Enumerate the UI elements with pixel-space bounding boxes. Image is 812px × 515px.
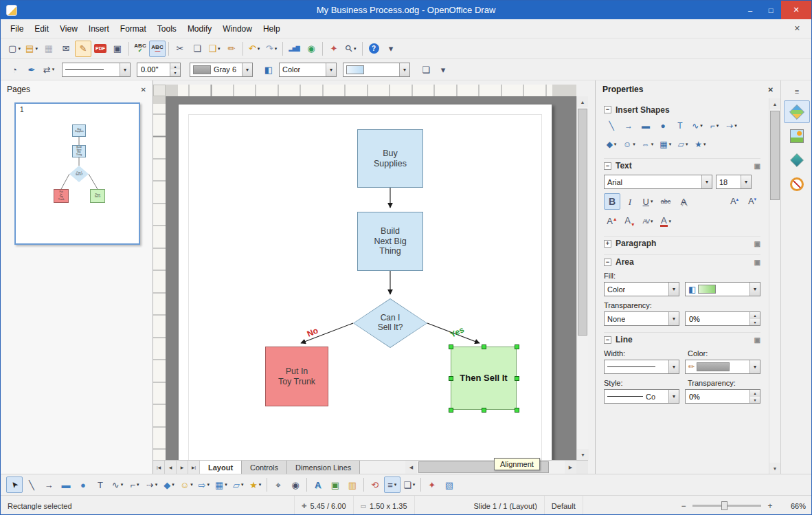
3d-effects-tool[interactable]: ▧ <box>441 476 458 493</box>
italic-button[interactable]: I <box>622 193 638 210</box>
new-document-button[interactable]: ▢▾ <box>6 41 23 57</box>
insert-ellipse-icon[interactable]: ● <box>655 118 670 133</box>
basic-shapes-tool[interactable]: ◆▾ <box>161 476 177 493</box>
line-style-select[interactable]: Co ▾ <box>604 389 679 404</box>
dropdown-arrow-icon[interactable]: ▾ <box>686 142 688 147</box>
transparency-value-input[interactable]: 0% ▴▾ <box>685 311 760 326</box>
flow-rect-then-sell-it[interactable]: Then Sell It <box>451 347 517 410</box>
selection-handle[interactable] <box>482 408 486 413</box>
font-name-combobox[interactable]: Arial ▾ <box>604 175 712 189</box>
menu-help[interactable]: Help <box>258 21 286 36</box>
selection-handle[interactable] <box>515 376 519 381</box>
navigator-button[interactable]: ✦ <box>326 41 342 57</box>
flow-rect-buy-supplies[interactable]: Buy Supplies <box>357 129 423 188</box>
selection-handle[interactable] <box>449 344 453 349</box>
undo-button[interactable]: ↶▾ <box>246 41 262 57</box>
chevron-down-icon[interactable]: ▾ <box>120 63 130 76</box>
insert-picture-tool[interactable]: ▣ <box>327 476 343 493</box>
dropdown-arrow-icon[interactable]: ▾ <box>700 123 703 129</box>
fill-color-select[interactable]: ◧ ▾ <box>685 282 760 296</box>
sidebar-scrollbar[interactable]: ▲ ▼ <box>769 98 780 474</box>
chevron-down-icon[interactable]: ▾ <box>399 63 409 76</box>
dropdown-arrow-icon[interactable]: ▾ <box>669 219 672 224</box>
menu-window[interactable]: Window <box>217 21 258 36</box>
close-document-icon[interactable]: ✕ <box>787 24 807 33</box>
underline-button[interactable]: U▾ <box>640 193 656 210</box>
dropdown-arrow-icon[interactable]: ▾ <box>259 482 262 487</box>
close-icon[interactable]: ✕ <box>141 86 146 94</box>
menu-edit[interactable]: Edit <box>29 21 54 36</box>
character-spacing-button[interactable]: AV▾ <box>640 213 656 230</box>
dropdown-arrow-icon[interactable]: ▾ <box>218 46 221 52</box>
rotate-tool[interactable]: ⟲ <box>367 476 383 493</box>
page-nav-button[interactable]: |◀ <box>153 461 165 474</box>
page-nav-button[interactable]: ▶| <box>188 461 200 474</box>
scrollbar-thumb[interactable] <box>578 109 587 336</box>
chevron-down-icon[interactable]: ▾ <box>668 360 679 373</box>
dropdown-arrow-icon[interactable]: ▾ <box>651 199 653 204</box>
bold-button[interactable]: B <box>604 193 620 210</box>
insert-rectangle-icon[interactable]: ▬ <box>638 118 653 133</box>
collapse-icon[interactable]: − <box>604 106 611 113</box>
chevron-down-icon[interactable]: ▾ <box>701 175 712 188</box>
document-as-email-button[interactable]: ✉ <box>58 41 74 57</box>
connector-tool[interactable]: ⌐▾ <box>126 476 143 493</box>
slide-info-field[interactable]: Slide 1 / 1 (Layout) <box>467 496 545 515</box>
symbol-shapes-tool[interactable]: ☺▾ <box>178 476 195 493</box>
increase-spacing-button[interactable]: A <box>726 193 743 210</box>
collapse-icon[interactable]: − <box>604 162 611 170</box>
cut-button[interactable]: ✂ <box>172 41 188 57</box>
save-button[interactable]: ▦ <box>41 41 57 57</box>
gallery-tool[interactable]: ▥ <box>344 476 361 493</box>
collapse-icon[interactable]: − <box>604 259 611 266</box>
strikethrough-button[interactable]: abc <box>657 193 674 210</box>
print-button[interactable]: ▣ <box>109 41 126 57</box>
increase-font-size-button[interactable]: A <box>604 213 620 230</box>
export-pdf-button[interactable]: PDF <box>92 41 109 57</box>
page-nav-button[interactable]: ◀ <box>165 461 177 474</box>
insert-lines-arrows-icon[interactable]: ⇢▾ <box>724 118 739 133</box>
styles-button[interactable]: ◔ <box>6 61 23 78</box>
menu-file[interactable]: File <box>5 21 29 36</box>
decrease-spacing-button[interactable]: A <box>744 193 760 210</box>
font-shadow-button[interactable]: A <box>675 193 692 210</box>
dropdown-arrow-icon[interactable]: ▾ <box>35 46 38 52</box>
line-style-select[interactable]: ▾ <box>62 63 131 77</box>
dialog-launcher-icon[interactable]: ▣ <box>754 162 760 170</box>
symbol-shapes-icon[interactable]: ☺▾ <box>621 137 638 152</box>
line-width-input[interactable]: 0.00" ▴▾ <box>137 63 181 77</box>
minimize-button[interactable]: – <box>740 1 760 19</box>
dropdown-arrow-icon[interactable]: ▾ <box>172 482 174 487</box>
insert-chart-button[interactable]: ▂▅▇ <box>286 41 302 57</box>
zoom-button[interactable]: ⚲▾ <box>343 41 359 57</box>
glue-points-tool[interactable]: ◉ <box>287 476 304 493</box>
rectangle-tool[interactable]: ▬ <box>58 476 74 493</box>
selection-handle[interactable] <box>482 344 486 349</box>
redo-button[interactable]: ↷▾ <box>263 41 280 57</box>
dropdown-arrow-icon[interactable]: ▾ <box>669 142 672 147</box>
dropdown-arrow-icon[interactable]: ▾ <box>18 46 21 52</box>
chevron-down-icon[interactable]: ▾ <box>749 360 760 373</box>
copy-button[interactable]: ❏ <box>189 41 205 57</box>
interaction-tool[interactable]: ✦ <box>424 476 440 493</box>
text-tool[interactable]: T <box>92 476 109 493</box>
chevron-down-icon[interactable]: ▾ <box>326 63 336 76</box>
insert-text-icon[interactable]: T <box>673 118 688 133</box>
toolbar-options-button[interactable]: ▾ <box>383 41 399 57</box>
fontwork-tool[interactable]: A <box>310 476 326 493</box>
page-style-field[interactable]: Default <box>545 496 583 515</box>
transparency-style-select[interactable]: None ▾ <box>604 311 679 326</box>
sidebar-menu-icon[interactable]: ≡ <box>789 85 805 98</box>
stars-tool[interactable]: ★▾ <box>247 476 264 493</box>
expand-icon[interactable]: + <box>604 240 611 248</box>
menu-insert[interactable]: Insert <box>83 21 115 36</box>
lines-arrows-tool[interactable]: ⇢▾ <box>144 476 160 493</box>
line-color-select[interactable]: ✏ ▾ <box>685 360 760 374</box>
auto-spellcheck-button[interactable]: ABC <box>149 41 166 57</box>
scroll-left-icon[interactable]: ◀ <box>405 461 417 474</box>
flowchart-shapes-icon[interactable]: ▦▾ <box>657 137 673 152</box>
fill-color-select[interactable]: ▾ <box>343 63 410 77</box>
zoom-slider[interactable] <box>692 505 761 507</box>
ellipse-tool[interactable]: ● <box>75 476 91 493</box>
insert-arrow-icon[interactable]: → <box>621 118 636 133</box>
